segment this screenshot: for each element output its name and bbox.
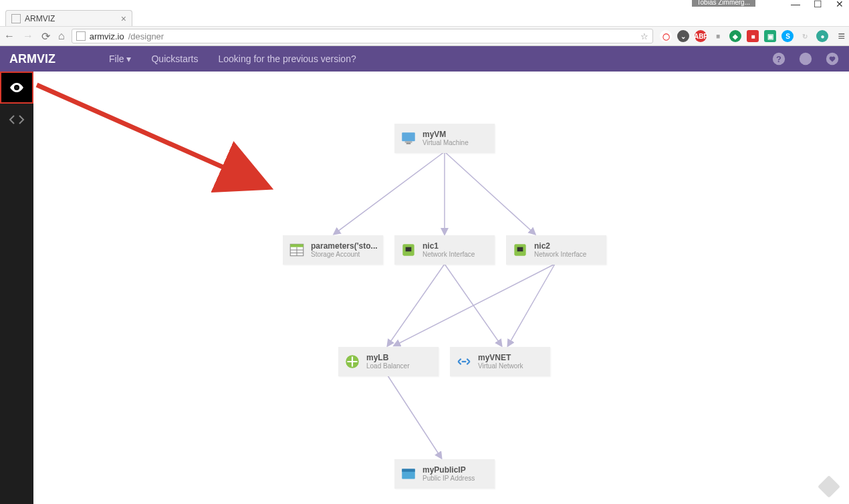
window-title-bar: Tobias Zimmerg... — ☐ ✕ (0, 0, 849, 8)
menu-quickstarts[interactable]: Quickstarts (151, 53, 198, 64)
network-interface-icon (400, 241, 417, 259)
designer-canvas[interactable]: myVMVirtual Machine parameters('sto...St… (33, 72, 849, 504)
url-host: armviz.io (90, 31, 124, 41)
svg-line-10 (394, 264, 555, 346)
svg-line-5 (334, 152, 445, 234)
virtual-machine-icon (400, 130, 417, 147)
grammarly-icon[interactable]: ◆ (729, 30, 741, 42)
virtual-network-icon (455, 353, 473, 370)
network-interface-icon (511, 241, 529, 259)
bookmark-star-icon[interactable]: ☆ (640, 31, 648, 41)
menu-file[interactable]: File ▾ (109, 53, 131, 64)
eye-icon (9, 80, 25, 96)
extension-icons: ◯ ⌄ ABP ≡ ◆ ■ ▣ S ↻ ● (660, 30, 828, 42)
browser-tab-strip: ARMVIZ × (0, 8, 849, 26)
extension-icon[interactable]: ▣ (764, 30, 776, 42)
node-subtitle: Network Interface (534, 251, 586, 258)
node-subtitle: Virtual Machine (422, 139, 469, 146)
ublock-icon[interactable]: ◯ (660, 30, 672, 42)
page-icon (76, 31, 86, 41)
node-title: parameters('sto... (311, 242, 378, 251)
node-title: myPublicIP (422, 466, 475, 475)
svg-text:?: ? (776, 54, 781, 64)
lastpass-icon[interactable]: ■ (747, 30, 759, 42)
browser-tab[interactable]: ARMVIZ × (5, 10, 132, 26)
svg-rect-14 (406, 143, 411, 144)
buffer-icon[interactable]: ≡ (712, 30, 724, 42)
pocket-icon[interactable]: ⌄ (677, 30, 689, 42)
page-icon (11, 14, 21, 23)
code-icon (9, 112, 25, 128)
window-minimize-button[interactable]: — (791, 0, 800, 9)
tab-title: ARMVIZ (25, 14, 55, 23)
svg-rect-13 (402, 132, 415, 141)
chevron-down-icon: ▾ (126, 53, 131, 64)
url-path: /designer (128, 31, 164, 41)
window-close-button[interactable]: ✕ (836, 0, 844, 9)
node-lb[interactable]: myLBLoad Balancer (338, 347, 439, 376)
svg-rect-22 (406, 247, 412, 252)
svg-point-4 (15, 86, 18, 89)
node-pip[interactable]: myPublicIPPublic IP Address (394, 459, 495, 489)
sidebar (0, 72, 33, 504)
code-tab[interactable] (0, 104, 33, 136)
tab-close-button[interactable]: × (121, 13, 126, 24)
back-button[interactable]: ← (4, 30, 15, 42)
svg-line-8 (388, 264, 445, 346)
github-icon[interactable] (798, 51, 813, 66)
svg-line-12 (388, 376, 441, 458)
svg-rect-17 (290, 244, 304, 247)
home-button[interactable]: ⌂ (58, 30, 65, 42)
svg-rect-30 (402, 469, 415, 471)
node-nic1[interactable]: nic1Network Interface (394, 235, 495, 265)
node-title: myVNET (478, 354, 523, 362)
node-title: nic2 (534, 242, 586, 251)
node-vnet[interactable]: myVNETVirtual Network (450, 347, 550, 376)
heart-icon[interactable] (825, 51, 840, 66)
forward-button[interactable]: → (23, 30, 33, 42)
node-subtitle: Storage Account (311, 251, 378, 258)
browser-toolbar: ← → ⟳ ⌂ armviz.io/designer ☆ ◯ ⌄ ABP ≡ ◆… (0, 26, 849, 46)
menu-previous-version[interactable]: Looking for the previous version? (218, 53, 356, 64)
node-title: myLB (366, 354, 410, 362)
svg-rect-15 (405, 141, 412, 142)
public-ip-icon (400, 465, 417, 483)
node-storage[interactable]: parameters('sto...Storage Account (283, 235, 383, 265)
node-subtitle: Virtual Network (478, 362, 523, 370)
node-nic2[interactable]: nic2Network Interface (506, 235, 606, 265)
window-maximize-button[interactable]: ☐ (814, 0, 822, 9)
skype-icon[interactable]: S (781, 30, 794, 42)
address-bar[interactable]: armviz.io/designer ☆ (72, 29, 654, 43)
view-tab[interactable] (0, 72, 33, 104)
svg-line-7 (445, 152, 535, 234)
brand-logo[interactable]: ARMVIZ (9, 52, 55, 66)
node-title: nic1 (422, 242, 475, 251)
globe-icon[interactable]: ● (816, 30, 828, 42)
adblock-icon[interactable]: ABP (695, 30, 707, 42)
node-subtitle: Public IP Address (422, 475, 475, 482)
svg-rect-24 (517, 247, 523, 252)
sync-icon[interactable]: ↻ (799, 30, 811, 42)
node-title: myVM (422, 130, 469, 139)
svg-point-28 (465, 361, 467, 363)
reload-button[interactable]: ⟳ (41, 30, 50, 43)
profile-badge[interactable]: Tobias Zimmerg... (692, 0, 755, 7)
app-header: ARMVIZ File ▾ Quickstarts Looking for th… (0, 46, 849, 72)
load-balancer-icon (344, 353, 361, 370)
help-icon[interactable]: ? (771, 51, 786, 66)
svg-point-2 (800, 53, 812, 65)
node-vm[interactable]: myVMVirtual Machine (394, 124, 495, 153)
storage-account-icon (288, 241, 306, 259)
svg-line-9 (445, 264, 501, 346)
node-subtitle: Load Balancer (366, 362, 410, 370)
chrome-menu-button[interactable]: ≡ (838, 29, 845, 43)
node-subtitle: Network Interface (422, 251, 475, 258)
